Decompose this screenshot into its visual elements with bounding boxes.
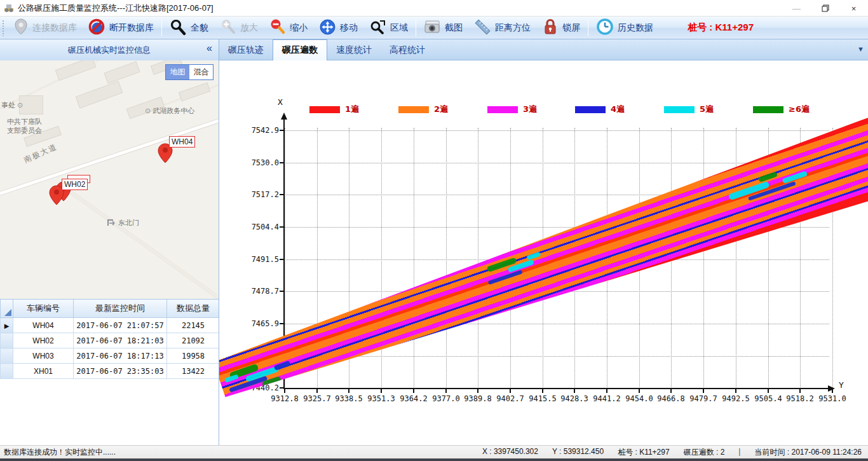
y-tick-label: 7517.2 xyxy=(242,190,279,199)
window-title: 公路碾压施工质量监控系统---江北快速路[2017-06-07] xyxy=(18,3,214,14)
toolbar-overview[interactable]: 全貌 xyxy=(164,18,214,38)
x-axis-letter: Y xyxy=(839,380,844,390)
legend-swatch-6 xyxy=(753,106,783,113)
distance-icon xyxy=(474,18,491,38)
toolbar-lock[interactable]: 锁屏 xyxy=(536,18,586,38)
legend-item: 1遍 xyxy=(309,105,359,114)
map-road xyxy=(63,188,219,299)
zoom-in-icon xyxy=(220,18,236,37)
current-row-indicator-icon: ▶ xyxy=(4,322,10,329)
map-view[interactable]: 事处 ⊙ 中共下庙队 支部委员会 ⊙ 武湖政务中心 南极大道 东北门 WH04 xyxy=(0,60,219,299)
toolbar-pan[interactable]: 移动 xyxy=(313,18,363,38)
selector-header[interactable] xyxy=(1,299,13,318)
y-tick-label: 7530.0 xyxy=(242,158,279,167)
poi-icon: ⊙ xyxy=(145,107,151,114)
map-pin-label-wh04[interactable]: WH04 xyxy=(169,136,195,148)
map-label-committee-2: 支部委员会 xyxy=(7,126,42,135)
x-tick-label: 9364.2 xyxy=(397,394,430,403)
status-bar: 数据库连接成功！实时监控中...... X : 3397450.302 Y : … xyxy=(0,445,868,461)
close-button[interactable]: × xyxy=(839,0,868,17)
toolbar: 连接数据库 断开数据库 全貌 放大 缩小 移动 区域 截图 距离方位 锁屏 xyxy=(0,17,868,39)
pass-count-chart[interactable]: 1遍 2遍 3遍 4遍 5遍 ≥6遍 7542.97530.07517.2750… xyxy=(219,60,868,445)
tab-roll-track[interactable]: 碾压轨迹 xyxy=(219,39,273,60)
x-tick-mark xyxy=(735,389,736,393)
pass-blob xyxy=(758,172,778,182)
status-x-coordinate: X : 3397450.302 xyxy=(482,447,538,458)
col-vehicle-id[interactable]: 车辆编号 xyxy=(13,299,74,318)
legend-item: 3遍 xyxy=(487,105,537,114)
x-tick-mark xyxy=(316,389,318,393)
x-tick-mark xyxy=(768,389,769,393)
collapse-panel-icon[interactable]: « xyxy=(207,43,212,54)
legend-item: ≥6遍 xyxy=(753,105,810,114)
toolbar-zoom-out[interactable]: 缩小 xyxy=(264,18,313,38)
pass-blob xyxy=(526,252,541,261)
map-button-map[interactable]: 地图 xyxy=(166,65,189,79)
tab-elevation-stats[interactable]: 高程统计 xyxy=(381,39,434,60)
map-building xyxy=(179,83,210,102)
x-tick-mark xyxy=(542,389,543,393)
h-gridline xyxy=(284,130,829,131)
col-data-total[interactable]: 数据总量 xyxy=(167,299,220,318)
x-axis-line xyxy=(283,388,830,389)
disconnect-db-icon xyxy=(88,18,105,38)
y-axis-letter: X xyxy=(278,97,283,107)
status-current-time: 当前时间 : 2017-06-09 11:24:26 xyxy=(754,447,862,458)
table-row[interactable]: WH02 2017-06-07 18:21:03 21092 xyxy=(1,333,220,348)
map-building xyxy=(55,60,96,81)
toolbar-distance[interactable]: 距离方位 xyxy=(468,18,536,38)
restore-button[interactable] xyxy=(811,0,839,17)
connect-db-icon xyxy=(13,18,29,37)
h-gridline xyxy=(284,356,829,357)
x-tick-mark xyxy=(639,389,640,393)
x-tick-mark xyxy=(445,389,447,393)
status-message: 数据库连接成功！实时监控中...... xyxy=(4,447,116,458)
tab-overflow-dropdown-icon[interactable]: ▼ xyxy=(857,45,864,53)
x-tick-label: 9402.7 xyxy=(494,394,527,403)
legend-item: 4遍 xyxy=(575,105,625,114)
x-tick-mark xyxy=(477,389,478,393)
toolbar-disconnect-db[interactable]: 断开数据库 xyxy=(83,18,159,38)
x-tick-label: 9325.7 xyxy=(301,394,334,403)
pass-blob xyxy=(488,270,523,285)
minimize-button[interactable]: — xyxy=(782,0,811,17)
zoom-out-icon xyxy=(269,18,286,37)
title-bar: 公路碾压施工质量监控系统---江北快速路[2017-06-07] — × xyxy=(0,0,868,17)
map-button-hybrid[interactable]: 混合 xyxy=(189,65,213,79)
x-tick-label: 9454.0 xyxy=(623,394,656,403)
x-tick-mark xyxy=(574,389,575,393)
toolbar-grip xyxy=(2,20,5,36)
map-pin-label-wh02[interactable]: WH02 xyxy=(62,179,88,190)
toolbar-separator xyxy=(416,20,416,36)
legend-swatch-2 xyxy=(398,106,429,113)
table-row[interactable]: WH03 2017-06-07 18:17:13 19958 xyxy=(1,348,220,364)
status-pass-count: 碾压遍数 : 2 xyxy=(684,447,725,458)
toolbar-history[interactable]: 历史数据 xyxy=(590,18,659,38)
toolbar-connect-db: 连接数据库 xyxy=(8,18,83,38)
y-tick-label: 7478.7 xyxy=(242,287,279,296)
poi-icon: ⊙ xyxy=(17,101,23,109)
toolbar-screenshot[interactable]: 截图 xyxy=(418,18,468,38)
table-row[interactable]: XH01 2017-06-07 23:35:03 13422 xyxy=(1,364,220,379)
v-gridline xyxy=(478,128,478,389)
x-tick-label: 9479.7 xyxy=(687,394,720,403)
x-tick-mark xyxy=(703,389,704,393)
x-tick-label: 9505.4 xyxy=(752,394,785,403)
v-gridline xyxy=(414,128,414,389)
table-row[interactable]: ▶ WH04 2017-06-07 21:07:57 22145 xyxy=(1,318,220,333)
map-road xyxy=(62,184,218,296)
tab-speed-stats[interactable]: 速度统计 xyxy=(327,39,381,60)
lock-icon xyxy=(542,18,559,38)
y-tick-label: 7491.5 xyxy=(242,255,279,264)
toolbar-separator xyxy=(161,20,162,36)
main-content: 事处 ⊙ 中共下庙队 支部委员会 ⊙ 武湖政务中心 南极大道 东北门 WH04 xyxy=(0,60,868,445)
map-label-committee-1: 中共下庙队 xyxy=(7,117,42,127)
col-last-monitor-time[interactable]: 最新监控时间 xyxy=(74,299,167,318)
x-tick-label: 9351.3 xyxy=(365,394,398,403)
map-building xyxy=(76,81,123,108)
pass-blob xyxy=(274,361,291,371)
toolbar-region[interactable]: 区域 xyxy=(363,18,414,38)
station-number-label: 桩号 : K11+297 xyxy=(688,22,754,34)
tab-roll-passes[interactable]: 碾压遍数 xyxy=(273,39,327,60)
v-gridline xyxy=(703,128,704,389)
